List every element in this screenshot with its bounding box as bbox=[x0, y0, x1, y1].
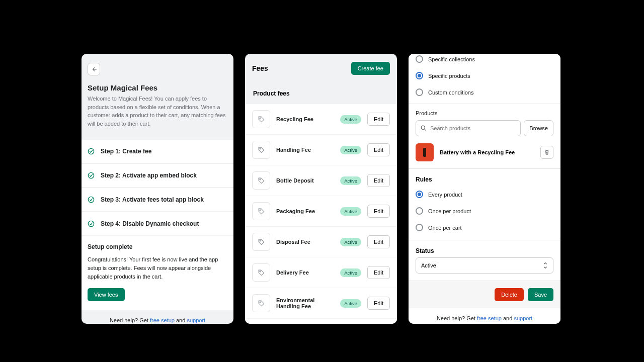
free-setup-link[interactable]: free setup bbox=[150, 317, 175, 323]
fees-title: Fees bbox=[252, 64, 268, 72]
edit-button[interactable]: Edit bbox=[367, 266, 390, 279]
step-item[interactable]: Step 1: Create fee bbox=[82, 140, 233, 164]
step-label: Step 2: Activate app embed block bbox=[101, 172, 197, 179]
edit-button[interactable]: Edit bbox=[367, 143, 390, 156]
radio-icon bbox=[416, 72, 423, 79]
radio-option[interactable]: Custom conditions bbox=[416, 84, 553, 101]
svg-point-8 bbox=[260, 240, 261, 241]
step-item[interactable]: Step 3: Activate fees total app block bbox=[82, 188, 233, 212]
fee-icon-box bbox=[252, 233, 270, 251]
tag-icon bbox=[258, 208, 265, 215]
view-fees-button[interactable]: View fees bbox=[88, 288, 125, 301]
radio-label: Every product bbox=[428, 192, 462, 198]
svg-point-1 bbox=[88, 172, 94, 178]
svg-point-9 bbox=[260, 271, 261, 272]
delete-button[interactable]: Delete bbox=[495, 288, 524, 301]
check-circle-icon bbox=[88, 220, 95, 227]
trash-icon bbox=[544, 149, 550, 155]
fee-row: Delivery FeeActiveEdit bbox=[245, 257, 397, 288]
svg-point-10 bbox=[260, 302, 261, 303]
tag-icon bbox=[258, 300, 265, 307]
step-item[interactable]: Step 2: Activate app embed block bbox=[82, 164, 233, 188]
radio-label: Once per cart bbox=[428, 225, 462, 231]
edit-button[interactable]: Edit bbox=[367, 174, 390, 187]
status-label: Status bbox=[416, 240, 553, 257]
save-button[interactable]: Save bbox=[528, 288, 553, 301]
radio-label: Specific products bbox=[428, 73, 470, 79]
radio-icon bbox=[416, 55, 423, 63]
browse-button[interactable]: Browse bbox=[524, 120, 553, 136]
fee-list: Recycling FeeActiveEditHandling FeeActiv… bbox=[245, 104, 397, 324]
check-circle-icon bbox=[88, 148, 95, 155]
svg-point-4 bbox=[260, 118, 261, 119]
fee-name: Bottle Deposit bbox=[276, 177, 334, 184]
fee-icon-box bbox=[252, 110, 270, 128]
complete-text: Congratulations! Your first fee is now l… bbox=[88, 255, 227, 281]
radio-icon bbox=[416, 207, 423, 215]
fee-icon-box bbox=[252, 141, 270, 159]
step-item[interactable]: Step 4: Disable Dynamic checkout bbox=[82, 212, 233, 235]
edit-button[interactable]: Edit bbox=[367, 113, 390, 126]
step-label: Step 4: Disable Dynamic checkout bbox=[101, 220, 199, 227]
product-thumbnail bbox=[416, 143, 434, 161]
status-badge: Active bbox=[340, 146, 361, 154]
edit-button[interactable]: Edit bbox=[367, 235, 390, 248]
svg-point-12 bbox=[421, 126, 425, 129]
status-badge: Active bbox=[340, 268, 361, 277]
radio-label: Custom conditions bbox=[428, 89, 474, 96]
status-select[interactable]: Active bbox=[416, 257, 553, 274]
fees-panel: Fees Create fee Product fees Recycling F… bbox=[245, 54, 397, 324]
create-fee-button[interactable]: Create fee bbox=[351, 62, 390, 75]
status-badge: Active bbox=[340, 299, 361, 308]
radio-label: Once per product bbox=[428, 208, 471, 214]
radio-option[interactable]: Every product bbox=[416, 186, 553, 203]
back-button[interactable] bbox=[88, 63, 100, 75]
check-circle-icon bbox=[88, 196, 95, 203]
fee-icon-box bbox=[252, 171, 270, 190]
search-icon bbox=[421, 125, 427, 131]
setup-title: Setup Magical Fees bbox=[88, 83, 227, 92]
help-text: Need help? Get free setup and support bbox=[82, 310, 233, 324]
fee-icon-box bbox=[252, 263, 270, 282]
svg-point-7 bbox=[260, 210, 261, 211]
products-label: Products bbox=[416, 104, 553, 120]
tag-icon bbox=[258, 146, 265, 153]
tag-icon bbox=[258, 116, 265, 123]
fee-name: Disposal Fee bbox=[276, 239, 334, 245]
status-badge: Active bbox=[340, 176, 361, 185]
step-label: Step 3: Activate fees total app block bbox=[101, 196, 204, 203]
search-products-input[interactable] bbox=[416, 120, 521, 136]
fee-row: Setup FeeActiveEdit bbox=[245, 319, 397, 324]
tag-icon bbox=[258, 177, 265, 184]
product-name: Battery with a Recycling Fee bbox=[440, 149, 534, 155]
free-setup-link[interactable]: free setup bbox=[477, 315, 502, 321]
edit-button[interactable]: Edit bbox=[367, 205, 390, 218]
arrow-left-icon bbox=[91, 66, 97, 72]
fee-name: Packaging Fee bbox=[276, 208, 334, 214]
svg-point-2 bbox=[88, 197, 94, 202]
support-link[interactable]: support bbox=[187, 317, 205, 323]
tag-icon bbox=[258, 269, 265, 276]
select-chevron-icon bbox=[543, 262, 548, 269]
radio-option[interactable]: Once per cart bbox=[416, 219, 553, 236]
fee-icon-box bbox=[252, 202, 270, 220]
fee-name: Handling Fee bbox=[276, 147, 334, 153]
fee-row: Handling FeeActiveEdit bbox=[245, 135, 397, 165]
fee-name: Recycling Fee bbox=[276, 116, 334, 122]
radio-icon bbox=[416, 224, 423, 231]
radio-option[interactable]: Specific products bbox=[416, 67, 553, 84]
radio-label: Specific collections bbox=[428, 56, 475, 62]
edit-button[interactable]: Edit bbox=[367, 297, 390, 310]
fee-name: Environmental Handling Fee bbox=[276, 297, 334, 309]
svg-point-5 bbox=[260, 148, 261, 149]
radio-option[interactable]: Specific collections bbox=[416, 54, 553, 67]
remove-product-button[interactable] bbox=[540, 146, 553, 159]
setup-complete-card: Setup complete Congratulations! Your fir… bbox=[82, 236, 233, 310]
svg-point-3 bbox=[88, 221, 94, 226]
status-value: Active bbox=[421, 262, 436, 268]
complete-title: Setup complete bbox=[88, 243, 227, 250]
search-field[interactable] bbox=[427, 125, 516, 131]
support-link[interactable]: support bbox=[514, 315, 532, 321]
fee-icon-box bbox=[252, 294, 270, 312]
radio-option[interactable]: Once per product bbox=[416, 203, 553, 219]
